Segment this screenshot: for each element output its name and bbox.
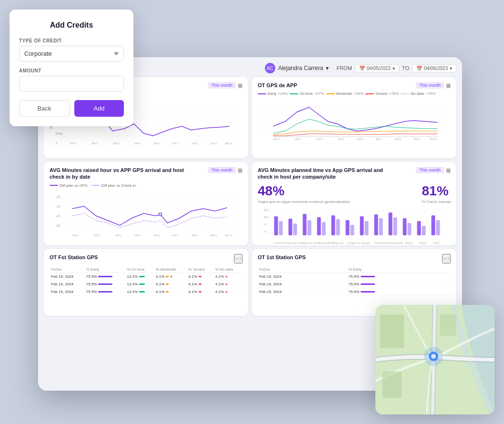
col-fecha-2: Fecha [258, 266, 347, 273]
col-nodata: % No data [214, 266, 242, 273]
legend-severe: Severe +76% [365, 91, 399, 96]
svg-text:500: 500 [264, 209, 269, 212]
svg-text:400: 400 [264, 216, 269, 219]
chart-title-2: OT GPS de APP [258, 82, 297, 89]
col-early: % Early [85, 266, 126, 273]
calendar-icon-to: 📅 [416, 66, 422, 71]
fst-station-table: Fecha % Early % On time % Moderate % Sev… [50, 266, 242, 296]
date-to-pill[interactable]: 📅 04/06/2023 ▾ [412, 64, 456, 72]
this-month-btn-2[interactable]: This month [416, 82, 444, 89]
map-background [375, 305, 494, 414]
svg-text:JAN 2: JAN 2 [91, 142, 98, 145]
line-chart-2: JAN 1 JAN 2 JAN 3 JAN 5 JAN 6 JAN 7 JAN … [258, 98, 451, 141]
svg-text:JAN 5: JAN 5 [134, 142, 141, 145]
table-row: Feb 15, 2024 75.5% 12.2% 4.1%● 4.1% 4.1%… [50, 273, 242, 281]
bar-chart-icon-4[interactable]: ▦ [446, 167, 451, 173]
svg-text:XCRT: XCRT [433, 242, 440, 244]
table-row: Feb 15, 2024 75.5% 12.2% 4.1% 4.1% 4.1%● [50, 281, 242, 288]
big-stat-81: 81% [422, 183, 451, 199]
svg-text:JAN 10: JAN 10 [225, 142, 233, 145]
svg-rect-74 [393, 217, 397, 235]
legend-ontime: On time +07% [290, 91, 324, 96]
bar-chart-icon-3[interactable]: ▦ [238, 167, 242, 173]
svg-text:JAN 8: JAN 8 [192, 234, 198, 237]
svg-text:JAN 8: JAN 8 [395, 138, 402, 141]
legend-moderate: Moderate +44% [326, 91, 363, 96]
this-month-btn-1[interactable]: This month [208, 82, 236, 89]
svg-text:JAN 6: JAN 6 [153, 234, 160, 237]
svg-text:JAN 3: JAN 3 [316, 138, 323, 141]
svg-text:0: 0 [56, 141, 58, 145]
legend-nodata: No data +76% [401, 91, 435, 96]
add-button[interactable]: Add [74, 100, 124, 117]
avatar: AC [265, 63, 275, 73]
svg-rect-57 [274, 216, 278, 235]
bar-chart-4: 500 400 -4 -8 [258, 207, 451, 245]
col-fecha: Fecha [50, 266, 85, 273]
bar-chart-icon-2[interactable]: ▦ [446, 82, 451, 89]
chart-title-4: AVG Minutes planned time vs App GPS arri… [258, 167, 393, 181]
svg-text:JAN 5: JAN 5 [134, 234, 141, 237]
chevron-down-icon-from: ▾ [393, 66, 395, 71]
avg-minutes-raised-card: AVG Minutes raised hour vs APP GPS arriv… [44, 162, 248, 245]
svg-text:Kemigro: Kemigro [362, 242, 371, 244]
date-from-pill[interactable]: 📅 04/05/2023 ▾ [355, 64, 399, 72]
user-name: Alejandra Carrera [278, 65, 323, 71]
table-row: Feb 15, 2024 75.9% [258, 288, 451, 296]
svg-text:Cargo JJG: Cargo JJG [333, 242, 344, 244]
date-to-value: 04/06/2023 [424, 66, 448, 71]
svg-rect-73 [389, 212, 393, 235]
legend-3: Diff plan vs GPS Diff plan vs Check in [50, 183, 242, 188]
back-button[interactable]: Back [19, 100, 70, 117]
chart-title-6: OT 1st Station GPS [258, 254, 306, 261]
legend-diff-gps: Diff plan vs GPS [50, 183, 88, 188]
amount-label: AMOUNT [19, 68, 124, 73]
svg-rect-63 [317, 217, 321, 235]
svg-text:250k: 250k [56, 132, 63, 135]
three-dots-btn-5[interactable]: ⋯ [234, 254, 242, 263]
bar-chart-icon-1[interactable]: ▦ [238, 82, 242, 89]
date-from-value: 04/05/2023 [367, 66, 391, 71]
svg-rect-80 [436, 220, 440, 235]
svg-rect-71 [374, 214, 378, 235]
svg-text:Amazon GGQ: Amazon GGQ [274, 242, 290, 244]
svg-text:JAN 3: JAN 3 [113, 142, 120, 145]
svg-text:JAN 10: JAN 10 [430, 138, 438, 141]
svg-rect-64 [322, 222, 326, 235]
svg-text:-30: -30 [56, 195, 60, 199]
chart-controls-4: This month ▦ [416, 167, 451, 173]
col-ontime: % On time [125, 266, 154, 273]
chart-controls-1: This month ▦ [208, 82, 242, 89]
legend-early-2: Early +14% [258, 91, 288, 96]
svg-rect-68 [351, 225, 354, 235]
user-info: AC Alejandra Carrera ▾ [265, 63, 329, 73]
svg-rect-61 [303, 214, 307, 235]
svg-text:JAN 1: JAN 1 [70, 142, 77, 145]
this-month-btn-4[interactable]: This month [416, 167, 444, 173]
this-month-btn-3[interactable]: This month [208, 167, 236, 173]
svg-text:P&J Recursos: P&J Recursos [375, 242, 390, 244]
stat-label-48: Viajes que en algún momento enviaron geo… [258, 200, 350, 204]
avg-minutes-planned-card: AVG Minutes planned time vs App GPS arri… [252, 162, 456, 245]
amount-input[interactable] [19, 76, 124, 91]
modal-overlay: Add Credits TYPE OF CREDIT Corporate Per… [0, 0, 133, 124]
svg-text:JAN 7: JAN 7 [172, 234, 179, 237]
svg-text:Casagre Jar.: Casagre Jar. [347, 242, 361, 244]
chart-controls-5: ⋯ [234, 254, 242, 263]
chart-controls-6: ⋯ [442, 254, 451, 263]
credit-type-select[interactable]: Corporate Personal Business [19, 46, 124, 61]
three-dots-btn-6[interactable]: ⋯ [442, 254, 451, 263]
svg-rect-94 [380, 314, 404, 348]
chart-controls-3: This month ▦ [208, 167, 242, 173]
stats-row-4: 48% Viajes que en algún momento enviaron… [258, 183, 451, 204]
svg-text:JAN 1: JAN 1 [273, 138, 280, 141]
chart-title-5: OT Fst Station GPS [50, 254, 98, 261]
svg-text:-60: -60 [56, 224, 60, 227]
svg-text:JAN 9: JAN 9 [211, 234, 217, 237]
to-label: TO [402, 65, 409, 71]
1st-station-table: Fecha % Early Feb 15, 2024 75.5% Feb 15,… [258, 266, 451, 296]
col-severe: % Severe [187, 266, 213, 273]
svg-rect-62 [308, 220, 312, 235]
svg-text:JAN 5: JAN 5 [338, 138, 344, 141]
svg-text:JAN 2: JAN 2 [94, 234, 101, 237]
